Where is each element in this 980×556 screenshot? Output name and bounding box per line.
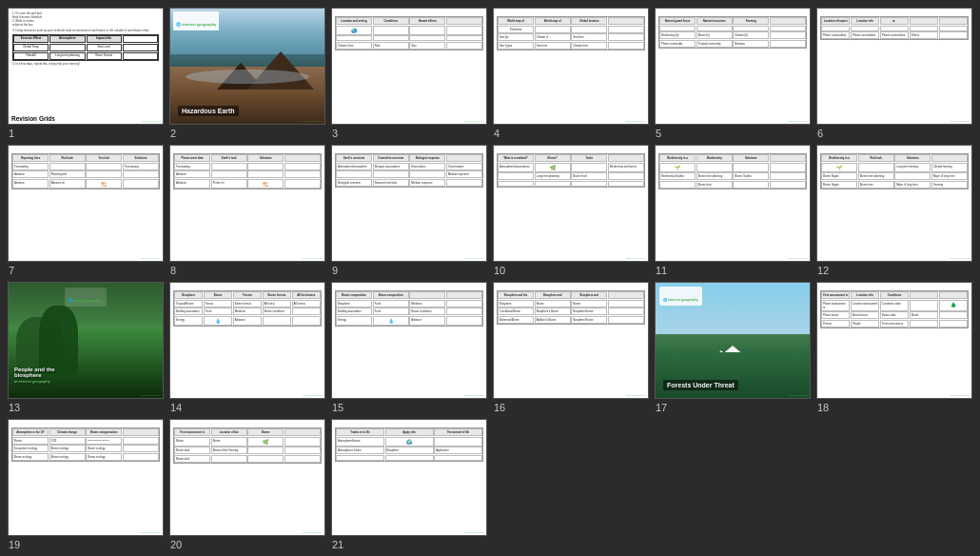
slide-wrapper-1: 1. Go over the grid and think if across …: [8, 8, 164, 139]
slide-wrapper-12: Biodiversity in a Risk luck Solutions 🌱 …: [816, 145, 972, 276]
watermark-2: internet geography: [303, 120, 323, 123]
slide-number-17: 17: [655, 402, 811, 413]
slide-wrapper-14: Biosphere Biome Forests Biome forests Al…: [169, 282, 325, 413]
slide-number-13: 13: [8, 402, 164, 413]
watermark-18: internet geography: [950, 394, 970, 397]
watermark-16: internet geography: [626, 394, 646, 397]
slide-8[interactable]: Planet event data Earth's luck Solutions…: [169, 145, 325, 262]
slide-number-3: 3: [331, 128, 487, 139]
slide-number-4: 4: [493, 128, 649, 139]
slide-number-20: 20: [169, 539, 325, 550]
slide-number-10: 10: [493, 265, 649, 276]
slide-number-7: 7: [8, 265, 164, 276]
slide-4[interactable]: World map of World map of Global locatio…: [493, 8, 649, 125]
watermark-11: internet geography: [788, 257, 808, 260]
watermark-14: internet geography: [303, 394, 323, 397]
slide-wrapper-19: Atmosphere in the 19° Climate change Bio…: [8, 419, 164, 550]
slide-17-title: Forests Under Threat: [663, 380, 738, 390]
slide-number-16: 16: [493, 402, 649, 413]
watermark-8: internet geography: [303, 257, 323, 260]
slide-11[interactable]: Biodiversity in a Biodiversity Solutions…: [655, 145, 811, 262]
slide-wrapper-10: What is a wetland? Biome? Traits Atmosph…: [493, 145, 649, 276]
slide-18[interactable]: First assessment in Location info Condit…: [816, 282, 972, 399]
slide-wrapper-13: 🌐 internet geography People and thebiosp…: [8, 282, 164, 413]
slide-number-15: 15: [331, 402, 487, 413]
slide-number-9: 9: [331, 265, 487, 276]
slide-16[interactable]: Biosphere and the Biosphere and Biospher…: [493, 282, 649, 399]
slide-number-12: 12: [816, 265, 972, 276]
watermark-6: internet geography: [950, 120, 970, 123]
slide-wrapper-5: Natural guard focus Natural resources Fa…: [655, 8, 811, 139]
slide-10[interactable]: What is a wetland? Biome? Traits Atmosph…: [493, 145, 649, 262]
slide-wrapper-2: 🌐 internet geography Hazardous Earth int…: [169, 8, 325, 139]
watermark-20: internet geography: [303, 531, 323, 534]
slide-number-18: 18: [816, 402, 972, 413]
slide-number-1: 1: [8, 128, 164, 139]
slide-6[interactable]: Location of impact Location info ⊕ Plane…: [816, 8, 972, 125]
slide-7[interactable]: Reporting lines Risk luck You luck Solut…: [8, 145, 164, 262]
slide-19[interactable]: Atmosphere in the 19° Climate change Bio…: [8, 419, 164, 536]
watermark-13: internet geography: [141, 394, 161, 397]
slide-9[interactable]: Earth's overview Committee overview Biol…: [331, 145, 487, 262]
slide-wrapper-8: Planet event data Earth's luck Solutions…: [169, 145, 325, 276]
slide-wrapper-17: 🌐 internet geography Forests Under Threa…: [655, 282, 811, 413]
slide-15[interactable]: Biome composition Biome composition Bios…: [331, 282, 487, 399]
slide-number-11: 11: [655, 265, 811, 276]
slide-number-14: 14: [169, 402, 325, 413]
slide-number-19: 19: [8, 539, 164, 550]
slide-wrapper-6: Location of impact Location info ⊕ Plane…: [816, 8, 972, 139]
slide-13[interactable]: 🌐 internet geography People and thebiosp…: [8, 282, 164, 399]
slide-wrapper-4: World map of World map of Global locatio…: [493, 8, 649, 139]
slide-wrapper-21: Trades in to life Apply info Threatened …: [331, 419, 487, 550]
slide-17[interactable]: 🌐 internet geography Forests Under Threa…: [655, 282, 811, 399]
slide-wrapper-9: Earth's overview Committee overview Biol…: [331, 145, 487, 276]
slide-wrapper-7: Reporting lines Risk luck You luck Solut…: [8, 145, 164, 276]
watermark-10: internet geography: [626, 257, 646, 260]
watermark-7: internet geography: [141, 257, 161, 260]
watermark-21: internet geography: [464, 531, 484, 534]
watermark-1: internet geography: [141, 120, 161, 123]
slide-number-8: 8: [169, 265, 325, 276]
slide-wrapper-3: Location and setting Conditions Hazard e…: [331, 8, 487, 139]
slide-12[interactable]: Biodiversity in a Risk luck Solutions 🌱 …: [816, 145, 972, 262]
slide-21[interactable]: Trades in to life Apply info Threatened …: [331, 419, 487, 536]
slide-2[interactable]: 🌐 internet geography Hazardous Earth int…: [169, 8, 325, 125]
slide-2-title: Hazardous Earth: [178, 106, 239, 116]
slide-number-5: 5: [655, 128, 811, 139]
slide-number-21: 21: [331, 539, 487, 550]
watermark-17: internet geography: [788, 394, 808, 397]
slide-wrapper-18: First assessment in Location info Condit…: [816, 282, 972, 413]
watermark-19: internet geography: [141, 531, 161, 534]
slide-3[interactable]: Location and setting Conditions Hazard e…: [331, 8, 487, 125]
watermark-3: internet geography: [464, 120, 484, 123]
slides-grid: 1. Go over the grid and think if across …: [8, 8, 972, 550]
watermark-4: internet geography: [626, 120, 646, 123]
slide-wrapper-20: First assessment in Location of bio Biom…: [169, 419, 325, 550]
watermark-12: internet geography: [950, 257, 970, 260]
slide-5[interactable]: Natural guard focus Natural resources Fa…: [655, 8, 811, 125]
watermark-5: internet geography: [788, 120, 808, 123]
slide-wrapper-16: Biosphere and the Biosphere and Biospher…: [493, 282, 649, 413]
slide-14[interactable]: Biosphere Biome Forests Biome forests Al…: [169, 282, 325, 399]
slide-13-title: People and thebiosphere at internet geog…: [14, 367, 55, 384]
slide-20[interactable]: First assessment in Location of bio Biom…: [169, 419, 325, 536]
watermark-15: internet geography: [464, 394, 484, 397]
watermark-9: internet geography: [464, 257, 484, 260]
slide-wrapper-11: Biodiversity in a Biodiversity Solutions…: [655, 145, 811, 276]
slide-number-2: 2: [169, 128, 325, 139]
slide-number-6: 6: [816, 128, 972, 139]
slide-1[interactable]: 1. Go over the grid and think if across …: [8, 8, 164, 125]
slide-wrapper-15: Biome composition Biome composition Bios…: [331, 282, 487, 413]
